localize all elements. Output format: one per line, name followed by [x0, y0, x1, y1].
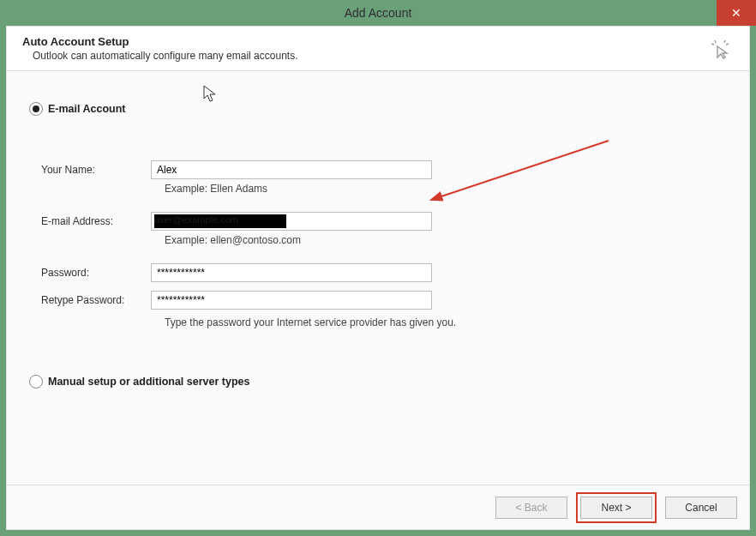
password-label: Password: — [41, 267, 151, 279]
your-name-input[interactable] — [151, 160, 432, 179]
back-button: < Back — [495, 497, 567, 519]
radio-email-account-label: E-mail Account — [48, 103, 126, 115]
cursor-decorative-icon — [710, 39, 730, 59]
email-input-wrap[interactable]: user@example.com — [151, 212, 432, 231]
next-button[interactable]: Next > — [580, 497, 652, 519]
password-input[interactable] — [151, 263, 432, 282]
dialog-footer: < Back Next > Cancel — [7, 485, 749, 529]
your-name-label: Your Name: — [41, 164, 151, 176]
your-name-example: Example: Ellen Adams — [165, 183, 729, 195]
cancel-button[interactable]: Cancel — [665, 497, 737, 519]
header-title: Auto Account Setup — [22, 35, 298, 48]
radio-email-account[interactable] — [29, 102, 43, 116]
radio-manual-setup[interactable] — [29, 375, 43, 388]
dialog-window: Auto Account Setup Outlook can automatic… — [6, 26, 750, 530]
email-label: E-mail Address: — [41, 215, 151, 227]
password-hint: Type the password your Internet service … — [165, 316, 729, 328]
email-example: Example: ellen@contoso.com — [165, 234, 729, 246]
radio-manual-setup-label: Manual setup or additional server types — [48, 376, 249, 388]
close-icon: ✕ — [731, 6, 741, 20]
header-subtitle: Outlook can automatically configure many… — [22, 50, 298, 62]
close-button[interactable]: ✕ — [717, 0, 756, 26]
retype-password-label: Retype Password: — [41, 294, 151, 306]
window-title: Add Account — [345, 6, 412, 20]
email-input-redacted: user@example.com — [154, 214, 286, 228]
retype-password-input[interactable] — [151, 291, 432, 310]
next-button-highlight: Next > — [576, 492, 657, 523]
header-panel: Auto Account Setup Outlook can automatic… — [7, 27, 749, 71]
